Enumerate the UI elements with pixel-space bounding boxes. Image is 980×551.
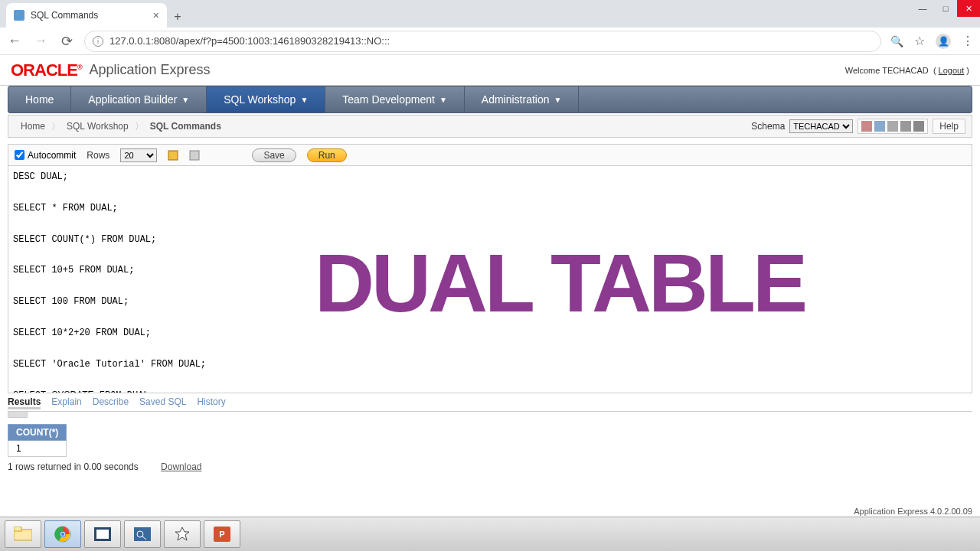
help-button[interactable]: Help (933, 119, 965, 134)
crumb-home[interactable]: Home (15, 119, 51, 133)
welcome-text: Welcome TECHACAD ( Logout ) (845, 66, 969, 75)
tab-results[interactable]: Results (8, 396, 41, 409)
chevron-right-icon: 〉 (135, 120, 144, 133)
forward-button[interactable]: → (32, 33, 49, 49)
cell-value: 1 (8, 441, 67, 457)
version-label: Application Express 4.0.2.00.09 (854, 507, 972, 516)
chevron-down-icon: ▼ (439, 96, 447, 104)
apex-header: ORACLE® Application Express Welcome TECH… (0, 55, 980, 86)
site-info-icon[interactable]: i (93, 36, 103, 47)
save-button[interactable]: Save (252, 148, 296, 162)
tab-saved-sql[interactable]: Saved SQL (139, 396, 186, 409)
browser-tab-bar: SQL Commands × + (0, 0, 980, 28)
download-link[interactable]: Download (161, 461, 201, 472)
nav-team-dev[interactable]: Team Development▼ (325, 86, 465, 112)
tab-history[interactable]: History (197, 396, 225, 409)
taskbar-powerpoint[interactable]: P (204, 520, 240, 548)
kebab-menu-icon[interactable]: ⋮ (962, 34, 974, 48)
schema-label: Schema (751, 121, 785, 132)
svg-rect-1 (190, 151, 199, 160)
column-header[interactable]: COUNT(*) (8, 425, 67, 441)
svg-rect-3 (14, 527, 21, 531)
nav-administration[interactable]: Administration▼ (465, 86, 580, 112)
results-handle[interactable] (8, 412, 28, 418)
rows-select[interactable]: 20 (120, 148, 157, 162)
crumb-sql-workshop[interactable]: SQL Workshop (60, 119, 135, 133)
taskbar-chrome[interactable] (44, 520, 81, 548)
chevron-right-icon: 〉 (51, 120, 60, 133)
tab-close-icon[interactable]: × (153, 9, 159, 21)
svg-rect-11 (134, 527, 151, 541)
logout-link[interactable]: Logout (939, 66, 965, 75)
url-text: 127.0.0.1:8080/apex/f?p=4500:1003:146189… (109, 35, 390, 47)
schema-select[interactable]: TECHACAD (789, 119, 853, 133)
product-title: Application Express (90, 62, 211, 78)
results-grid: COUNT(*) 1 (8, 424, 972, 457)
chevron-down-icon: ▼ (300, 96, 308, 104)
search-icon[interactable]: 🔍 (890, 35, 903, 47)
reload-button[interactable]: ⟳ (58, 33, 75, 50)
rows-label: Rows (87, 150, 109, 161)
taskbar: P (0, 517, 980, 551)
window-minimize[interactable]: — (911, 0, 934, 17)
browser-window: SQL Commands × + ← → ⟳ i 127.0.0.1:8080/… (0, 0, 980, 517)
taskbar-app-4[interactable] (124, 520, 161, 548)
autocommit-checkbox[interactable]: Autocommit (15, 150, 76, 161)
tab-explain[interactable]: Explain (51, 396, 81, 409)
run-button[interactable]: Run (307, 148, 347, 162)
svg-rect-10 (96, 530, 109, 539)
results-status: 1 rows returned in 0.00 seconds Download (8, 461, 972, 472)
nav-home[interactable]: Home (8, 86, 71, 112)
svg-text:P: P (219, 530, 224, 539)
breadcrumb: Home 〉 SQL Workshop 〉 SQL Commands Schem… (8, 115, 972, 138)
sql-toolbar: Autocommit Rows 20 Save Run (8, 144, 972, 165)
tool-icon-4[interactable] (900, 121, 911, 132)
sql-editor[interactable]: DESC DUAL; SELECT * FROM DUAL; SELECT CO… (8, 165, 972, 393)
main-nav: Home Application Builder▼ SQL Workshop▼ … (8, 86, 972, 113)
workspace-tools (858, 119, 928, 134)
favicon-icon (14, 10, 24, 21)
clear-icon[interactable] (168, 150, 178, 161)
new-tab-button[interactable]: + (167, 6, 188, 28)
back-button[interactable]: ← (6, 33, 23, 49)
nav-sql-workshop[interactable]: SQL Workshop▼ (207, 86, 325, 112)
profile-avatar[interactable]: 👤 (936, 34, 951, 49)
nav-app-builder[interactable]: Application Builder▼ (71, 86, 207, 112)
gear-icon[interactable] (913, 121, 924, 132)
oracle-logo: ORACLE® (11, 60, 82, 80)
chevron-down-icon: ▼ (554, 96, 562, 104)
crumb-sql-commands: SQL Commands (144, 119, 227, 133)
svg-point-8 (61, 533, 64, 536)
sql-text-content: DESC DUAL; SELECT * FROM DUAL; SELECT CO… (8, 166, 972, 393)
url-input[interactable]: i 127.0.0.1:8080/apex/f?p=4500:1003:1461… (84, 31, 881, 52)
tab-title: SQL Commands (31, 10, 98, 21)
taskbar-app-3[interactable] (84, 520, 121, 548)
tab-describe[interactable]: Describe (93, 396, 129, 409)
browser-tab[interactable]: SQL Commands × (6, 3, 167, 28)
tool-icon-2[interactable] (874, 121, 885, 132)
svg-rect-0 (168, 151, 178, 160)
taskbar-app-5[interactable] (164, 520, 201, 548)
tool-icon-1[interactable] (861, 121, 872, 132)
find-icon[interactable] (189, 150, 200, 161)
results-tab-bar: Results Explain Describe Saved SQL Histo… (8, 396, 972, 412)
window-maximize[interactable]: □ (934, 0, 957, 17)
autocommit-input[interactable] (15, 150, 24, 160)
star-icon[interactable]: ☆ (914, 34, 925, 48)
window-close[interactable]: ✕ (957, 0, 980, 17)
tool-icon-3[interactable] (887, 121, 898, 132)
address-bar: ← → ⟳ i 127.0.0.1:8080/apex/f?p=4500:100… (0, 28, 980, 55)
chevron-down-icon: ▼ (181, 96, 189, 104)
taskbar-explorer[interactable] (5, 520, 41, 548)
